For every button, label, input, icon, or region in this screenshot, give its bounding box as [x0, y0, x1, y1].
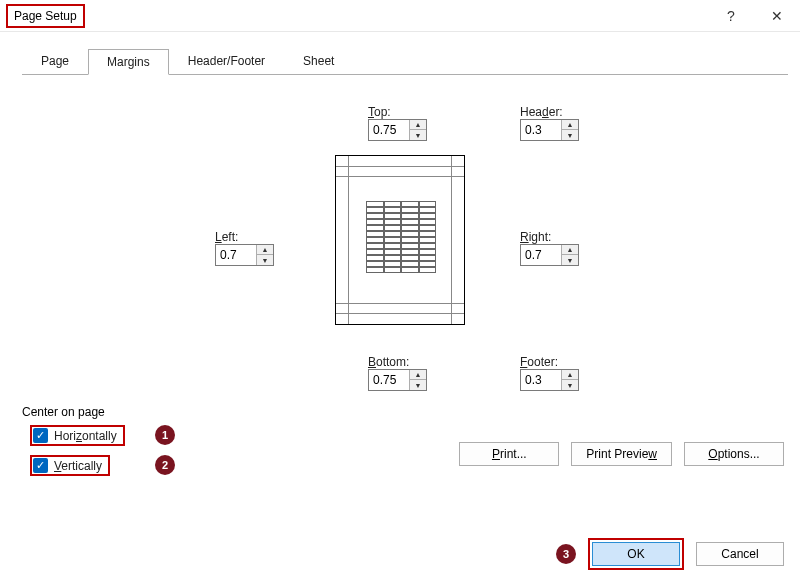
spin-up-icon[interactable]: ▲ [562, 120, 578, 130]
center-on-page-label: Center on page [22, 405, 105, 419]
header-label: Header: [520, 105, 579, 119]
tab-strip: Page Margins Header/Footer Sheet [22, 48, 800, 74]
spin-up-icon[interactable]: ▲ [410, 370, 426, 380]
top-spinner[interactable]: ▲▼ [368, 119, 427, 141]
right-label: Right: [520, 230, 579, 244]
spin-down-icon[interactable]: ▼ [410, 380, 426, 390]
bottom-input[interactable] [369, 370, 409, 390]
spin-down-icon[interactable]: ▼ [257, 255, 273, 265]
checkmark-icon: ✓ [33, 458, 48, 473]
horizontally-checkbox[interactable]: ✓ Horizontally [30, 425, 125, 446]
spin-up-icon[interactable]: ▲ [562, 370, 578, 380]
checkmark-icon: ✓ [33, 428, 48, 443]
dialog-button-row: Print... Print Preview Options... [459, 442, 784, 466]
left-input[interactable] [216, 245, 256, 265]
window-title: Page Setup [6, 4, 85, 28]
footer-input[interactable] [521, 370, 561, 390]
footer-label: Footer: [520, 355, 579, 369]
bottom-spinner[interactable]: ▲▼ [368, 369, 427, 391]
tab-header-footer[interactable]: Header/Footer [169, 48, 284, 74]
right-spinner[interactable]: ▲▼ [520, 244, 579, 266]
left-label: Left: [215, 230, 274, 244]
spin-down-icon[interactable]: ▼ [562, 255, 578, 265]
header-spinner[interactable]: ▲▼ [520, 119, 579, 141]
annotation-badge-2: 2 [155, 455, 175, 475]
bottom-label: Bottom: [368, 355, 427, 369]
spin-up-icon[interactable]: ▲ [410, 120, 426, 130]
cancel-button[interactable]: Cancel [696, 542, 784, 566]
tab-content: Top: ▲▼ Header: ▲▼ Left: ▲▼ Right: ▲▼ Bo… [0, 75, 800, 505]
annotation-badge-3: 3 [556, 544, 576, 564]
options-button[interactable]: Options... [684, 442, 784, 466]
close-button[interactable]: ✕ [754, 0, 800, 32]
header-input[interactable] [521, 120, 561, 140]
spin-up-icon[interactable]: ▲ [562, 245, 578, 255]
spin-up-icon[interactable]: ▲ [257, 245, 273, 255]
vertically-checkbox[interactable]: ✓ Vertically [30, 455, 110, 476]
print-preview-button[interactable]: Print Preview [571, 442, 672, 466]
spin-down-icon[interactable]: ▼ [410, 130, 426, 140]
page-preview [335, 155, 465, 325]
right-input[interactable] [521, 245, 561, 265]
print-button[interactable]: Print... [459, 442, 559, 466]
spin-down-icon[interactable]: ▼ [562, 130, 578, 140]
footer-spinner[interactable]: ▲▼ [520, 369, 579, 391]
titlebar: Page Setup ? ✕ [0, 0, 800, 32]
annotation-badge-1: 1 [155, 425, 175, 445]
tab-margins[interactable]: Margins [88, 49, 169, 75]
spin-down-icon[interactable]: ▼ [562, 380, 578, 390]
left-spinner[interactable]: ▲▼ [215, 244, 274, 266]
top-input[interactable] [369, 120, 409, 140]
help-button[interactable]: ? [708, 0, 754, 32]
ok-button[interactable]: OK [592, 542, 680, 566]
top-label: Top: [368, 105, 427, 119]
preview-table-icon [366, 201, 436, 273]
tab-sheet[interactable]: Sheet [284, 48, 353, 74]
dialog-footer: 3 OK Cancel [556, 538, 784, 570]
tab-page[interactable]: Page [22, 48, 88, 74]
